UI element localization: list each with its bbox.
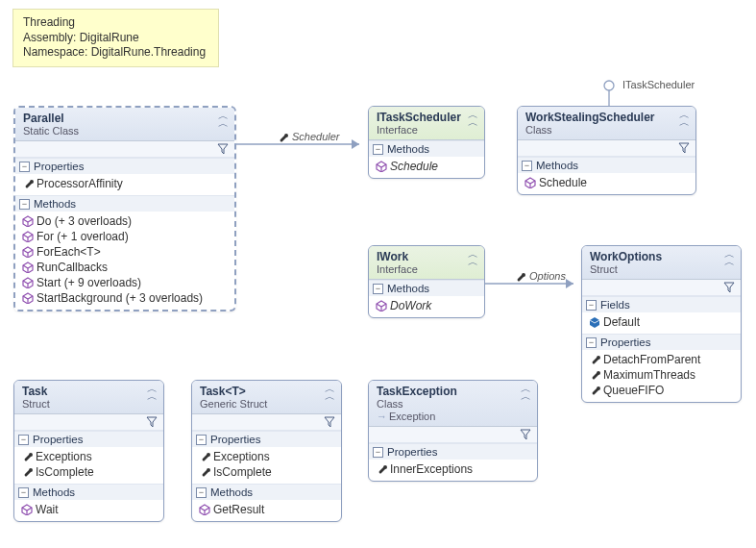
collapse-icon[interactable]: ︿︿ [468, 111, 478, 126]
collapse-icon[interactable]: ︿︿ [724, 250, 735, 265]
prop-exceptions[interactable]: Exceptions [196, 449, 339, 464]
wrench-icon [589, 369, 600, 381]
section-properties[interactable]: −Properties [369, 444, 537, 460]
filter-bar[interactable] [192, 414, 341, 431]
method-icon [376, 161, 387, 172]
wrench-icon [21, 466, 33, 478]
funnel-icon [678, 142, 690, 154]
class-title: IWork [377, 250, 461, 263]
minus-icon: − [373, 144, 383, 155]
section-methods[interactable]: −Methods [15, 196, 234, 212]
section-methods[interactable]: −Methods [369, 281, 484, 296]
section-properties[interactable]: −Properties [192, 432, 341, 447]
svg-marker-5 [566, 279, 573, 288]
class-subtitle: Generic Struct [200, 398, 318, 410]
filter-bar[interactable] [15, 141, 234, 158]
class-header: TaskException Class → Exception ︿︿ [369, 381, 537, 427]
struct-task-t[interactable]: Task<T> Generic Struct ︿︿ −Properties Ex… [191, 380, 342, 522]
funnel-icon [723, 282, 735, 293]
class-subtitle: Interface [377, 263, 461, 275]
interface-iwork[interactable]: IWork Interface ︿︿ −Methods DoWork [368, 245, 485, 318]
interface-itaskscheduler[interactable]: ITaskScheduler Interface ︿︿ −Methods Sch… [368, 106, 485, 179]
section-methods[interactable]: −Methods [14, 485, 163, 500]
minus-icon: − [18, 487, 29, 498]
method-icon [21, 504, 33, 515]
note-line3: Namespace: DigitalRune.Threading [23, 45, 208, 61]
connection-label-options: Options [529, 270, 566, 282]
class-workstealingscheduler[interactable]: WorkStealingScheduler Class ︿︿ −Methods … [517, 106, 696, 195]
class-header: Task Struct ︿︿ [14, 381, 163, 414]
prop-innerexceptions[interactable]: InnerExceptions [373, 461, 535, 477]
collapse-icon[interactable]: ︿︿ [468, 250, 478, 265]
class-subtitle: Class [377, 398, 514, 410]
method-icon [22, 262, 34, 273]
method-schedule[interactable]: Schedule [373, 159, 482, 174]
filter-bar[interactable] [369, 427, 537, 443]
filter-bar[interactable] [14, 414, 163, 431]
wrench-icon [277, 132, 288, 143]
prop-iscomplete[interactable]: IsComplete [18, 464, 161, 480]
minus-icon: − [586, 300, 597, 311]
section-methods[interactable]: −Methods [518, 158, 695, 173]
method-getresult[interactable]: GetResult [196, 502, 339, 517]
collapse-icon[interactable]: ︿︿ [521, 385, 531, 400]
class-subtitle: Class [525, 124, 672, 136]
collapse-icon[interactable]: ︿︿ [325, 385, 335, 400]
struct-task[interactable]: Task Struct ︿︿ −Properties Exceptions Is… [13, 380, 164, 522]
prop-processoraffinity[interactable]: ProcessorAffinity [19, 176, 232, 191]
section-methods[interactable]: −Methods [192, 485, 341, 500]
filter-bar[interactable] [582, 280, 741, 296]
svg-point-0 [604, 81, 614, 90]
wrench-icon [589, 354, 600, 365]
struct-workoptions[interactable]: WorkOptions Struct ︿︿ −Fields Default −P… [581, 245, 742, 403]
method-icon [22, 277, 34, 288]
method-wait[interactable]: Wait [18, 502, 161, 517]
class-header: IWork Interface ︿︿ [369, 246, 484, 280]
funnel-icon [520, 429, 531, 440]
minus-icon: − [19, 199, 30, 210]
prop-iscomplete[interactable]: IsComplete [196, 464, 339, 480]
class-title: TaskException [377, 385, 514, 398]
section-properties[interactable]: −Properties [14, 432, 163, 447]
prop-detachfromparent[interactable]: DetachFromParent [586, 352, 739, 367]
method-start[interactable]: Start (+ 9 overloads) [19, 275, 232, 290]
class-title: WorkOptions [590, 250, 718, 263]
class-header: WorkOptions Struct ︿︿ [582, 246, 741, 280]
method-do[interactable]: Do (+ 3 overloads) [19, 213, 232, 229]
class-title: ITaskScheduler [377, 111, 461, 124]
method-schedule[interactable]: Schedule [522, 175, 694, 190]
base-class-name: Exception [389, 411, 435, 422]
method-foreach[interactable]: ForEach<T> [19, 244, 232, 260]
wrench-icon [514, 271, 525, 283]
wrench-icon [22, 178, 34, 189]
method-for[interactable]: For (+ 1 overload) [19, 229, 232, 244]
method-icon [22, 292, 34, 304]
method-startbackground[interactable]: StartBackground (+ 3 overloads) [19, 290, 232, 306]
field-default[interactable]: Default [586, 314, 739, 330]
field-icon [589, 316, 600, 328]
collapse-icon[interactable]: ︿︿ [218, 112, 229, 127]
section-properties[interactable]: −Properties [15, 159, 234, 174]
section-methods[interactable]: −Methods [369, 141, 484, 157]
section-properties[interactable]: −Properties [582, 335, 741, 350]
section-fields[interactable]: −Fields [582, 297, 741, 312]
prop-queuefifo[interactable]: QueueFIFO [586, 383, 739, 398]
collapse-icon[interactable]: ︿︿ [679, 111, 690, 126]
class-title: WorkStealingScheduler [525, 111, 672, 124]
method-dowork[interactable]: DoWork [373, 298, 482, 313]
svg-marker-3 [352, 139, 359, 149]
filter-bar[interactable] [518, 140, 695, 157]
prop-exceptions[interactable]: Exceptions [18, 449, 161, 464]
arrow-icon: → [377, 411, 387, 422]
class-header: ITaskScheduler Interface ︿︿ [369, 107, 484, 140]
class-parallel[interactable]: Parallel Static Class ︿︿ −Properties Pro… [13, 106, 236, 311]
method-runcallbacks[interactable]: RunCallbacks [19, 260, 232, 275]
method-icon [199, 504, 210, 515]
note-line1: Threading [23, 15, 208, 31]
wrench-icon [376, 463, 387, 475]
minus-icon: − [373, 284, 383, 294]
class-taskexception[interactable]: TaskException Class → Exception ︿︿ −Prop… [368, 380, 538, 482]
collapse-icon[interactable]: ︿︿ [147, 385, 158, 400]
lollipop-label: ITaskScheduler [622, 79, 695, 90]
prop-maximumthreads[interactable]: MaximumThreads [586, 367, 739, 383]
